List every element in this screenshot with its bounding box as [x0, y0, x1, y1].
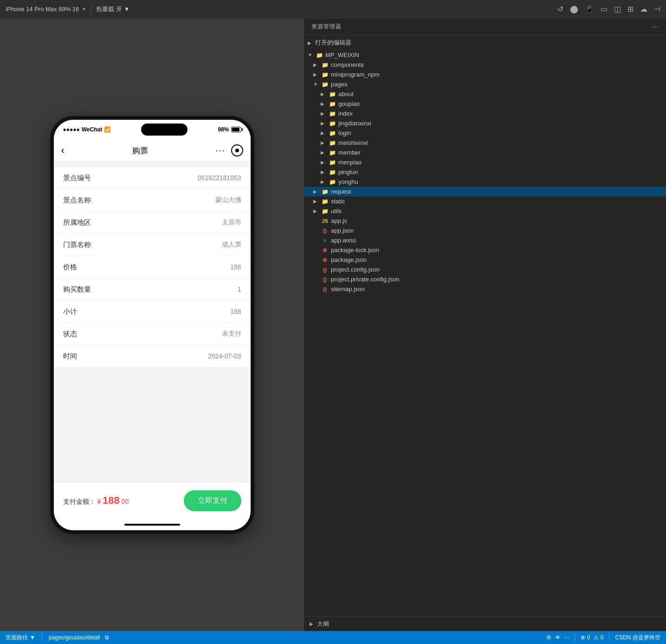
- value-jingdianbianhaon: 051622181053: [100, 174, 241, 182]
- about-arrow: ▶: [321, 91, 328, 97]
- tree-item-login[interactable]: ▶ 📁 login: [304, 128, 666, 138]
- label-suoshudiquv: 所属地区: [63, 218, 100, 227]
- outline-section[interactable]: ▶ 大纲: [304, 616, 666, 631]
- root-folder[interactable]: ▼ 📁 MP_WEIXIN: [304, 50, 666, 60]
- status-divider: [42, 634, 42, 641]
- back-button[interactable]: ‹: [61, 144, 65, 156]
- member-label: member: [338, 149, 361, 156]
- jingdianxinxi-icon: 📁: [328, 120, 336, 127]
- stop-icon[interactable]: ⬤: [570, 5, 578, 13]
- tree-item-packagelockjson[interactable]: ◉ package-lock.json: [304, 245, 666, 255]
- utils-arrow: ▶: [313, 208, 321, 214]
- request-label: request: [331, 188, 351, 195]
- tree-item-menpiao[interactable]: ▶ 📁 menpiao: [304, 157, 666, 167]
- phone-status-bar: ●●●●● WeChat 📶 98%: [54, 120, 251, 139]
- eye-icon[interactable]: 👁: [555, 634, 561, 641]
- static-icon: 📁: [321, 198, 329, 205]
- appjs-icon: JS: [321, 218, 329, 224]
- index-arrow: ▶: [321, 111, 328, 116]
- components-label: components: [331, 61, 364, 68]
- projectprivateconfigjson-label: project.private.config.json: [331, 276, 399, 283]
- outline-arrow: ▶: [310, 621, 317, 626]
- explorer-header: 资源管理器 ···: [304, 19, 666, 35]
- device-label: iPhone 14 Pro Max 89% 16: [6, 6, 79, 13]
- dynamic-island: [141, 124, 188, 136]
- battery-percent: 98%: [218, 126, 229, 133]
- value-goumaishuliang: 1: [100, 286, 241, 293]
- tree-item-appjs[interactable]: JS app.js: [304, 216, 666, 226]
- tree-item-sitemapjson[interactable]: {} sitemap.json: [304, 284, 666, 294]
- tree-item-utils[interactable]: ▶ 📁 utils: [304, 206, 666, 216]
- path-arrow: ▼: [30, 634, 35, 641]
- explorer-more-icon[interactable]: ···: [653, 23, 659, 31]
- tree-item-appjson[interactable]: {} app.json: [304, 226, 666, 235]
- tree-item-about[interactable]: ▶ 📁 about: [304, 89, 666, 99]
- request-arrow: ▶: [313, 189, 321, 194]
- cloud-icon[interactable]: ☁: [640, 5, 647, 13]
- expand-icon[interactable]: ⊣: [654, 5, 660, 13]
- root-arrow: ▼: [308, 52, 315, 58]
- device-arrow-icon: ▼: [82, 7, 86, 12]
- tree-item-static[interactable]: ▶ 📁 static: [304, 196, 666, 206]
- tree-item-meishixinxi[interactable]: ▶ 📁 meishixinxi: [304, 138, 666, 148]
- amount-decimal: 00: [122, 498, 129, 505]
- tree-item-pages[interactable]: ▼ 📁 pages: [304, 79, 666, 89]
- copy-icon[interactable]: ⧉: [105, 634, 109, 641]
- device-selector[interactable]: iPhone 14 Pro Max 89% 16 ▼: [6, 6, 86, 13]
- utils-label: utils: [331, 208, 342, 215]
- packagelockjson-icon: ◉: [321, 247, 329, 254]
- open-editors-header[interactable]: ▶ 打开的编辑器: [304, 37, 666, 48]
- path-section[interactable]: 页面路径 ▼: [6, 634, 35, 642]
- menpiao-arrow: ▶: [321, 160, 328, 165]
- home-bar: [124, 524, 180, 526]
- status-center: [111, 124, 218, 136]
- order-row-8: 时间 2024-07-03: [54, 345, 251, 368]
- wifi-icon: 📶: [104, 126, 111, 133]
- nav-circle-button[interactable]: [231, 144, 243, 156]
- appwxss-icon: ≡: [321, 237, 329, 244]
- settings-icon[interactable]: ⚙: [546, 634, 551, 641]
- tree-item-jingdianxinxi[interactable]: ▶ 📁 jingdianxinxi: [304, 118, 666, 128]
- more-icon[interactable]: ···: [564, 634, 569, 641]
- hotreload-toggle[interactable]: 热重载 开 ▼: [96, 5, 130, 13]
- tree-item-packagejson[interactable]: ◉ package.json: [304, 255, 666, 265]
- packagejson-label: package.json: [331, 256, 367, 263]
- tree-item-yonghu[interactable]: ▶ 📁 yonghu: [304, 177, 666, 187]
- nav-dots-icon[interactable]: ···: [215, 146, 225, 156]
- login-arrow: ▶: [321, 130, 328, 136]
- refresh-icon[interactable]: ↺: [557, 5, 563, 13]
- about-icon: 📁: [328, 91, 336, 98]
- tree-item-member[interactable]: ▶ 📁 member: [304, 148, 666, 157]
- pay-button[interactable]: 立即支付: [184, 490, 241, 511]
- tree-item-projectprivateconfigjson[interactable]: {} project.private.config.json: [304, 274, 666, 284]
- packagelockjson-label: package-lock.json: [331, 247, 379, 254]
- open-editors-section: ▶ 打开的编辑器: [304, 35, 666, 50]
- tree-item-projectconfigjson[interactable]: {} project.config.json: [304, 265, 666, 274]
- tree-item-request[interactable]: ▶ 📁 request: [304, 187, 666, 196]
- amount-main: 188: [103, 494, 120, 506]
- explorer-panel: 资源管理器 ··· ▶ 打开的编辑器 ▼ 📁 MP_WEIXIN ▶ 📁: [304, 19, 666, 631]
- device2-icon[interactable]: ◫: [614, 5, 621, 13]
- tree-item-appwxss[interactable]: ≡ app.wxss: [304, 235, 666, 245]
- status-right: 98%: [218, 126, 241, 133]
- tree-item-miniprogram-npm[interactable]: ▶ 📁 miniprogram_npm: [304, 70, 666, 79]
- battery-fill: [232, 128, 239, 131]
- goupiao-icon: 📁: [328, 101, 336, 107]
- pages-icon[interactable]: ⊞: [627, 5, 634, 13]
- main-area: ●●●●● WeChat 📶 98% ‹ 购票: [0, 19, 666, 631]
- meishixinxi-arrow: ▶: [321, 140, 328, 145]
- tablet-icon[interactable]: ▭: [601, 5, 608, 13]
- label-jiage: 价格: [63, 263, 100, 272]
- explorer-title: 资源管理器: [311, 23, 342, 31]
- tree-item-pinglun[interactable]: ▶ 📁 pinglun: [304, 167, 666, 177]
- bottom-status: 页面路径 ▼ pages/goupiao/detail ⧉ ⚙ 👁 ··· ⊗ …: [0, 631, 666, 644]
- tree-item-goupiao[interactable]: ▶ 📁 goupiao: [304, 99, 666, 109]
- tree-item-components[interactable]: ▶ 📁 components: [304, 60, 666, 70]
- goupiao-arrow: ▶: [321, 101, 328, 106]
- label-jingdianmingcheng: 景点名称: [63, 196, 100, 205]
- meishixinxi-icon: 📁: [328, 140, 336, 146]
- order-row-0: 景点编号 051622181053: [54, 167, 251, 189]
- tree-item-index[interactable]: ▶ 📁 index: [304, 109, 666, 118]
- mobile-icon[interactable]: 📱: [585, 5, 594, 13]
- battery-icon: [231, 127, 241, 132]
